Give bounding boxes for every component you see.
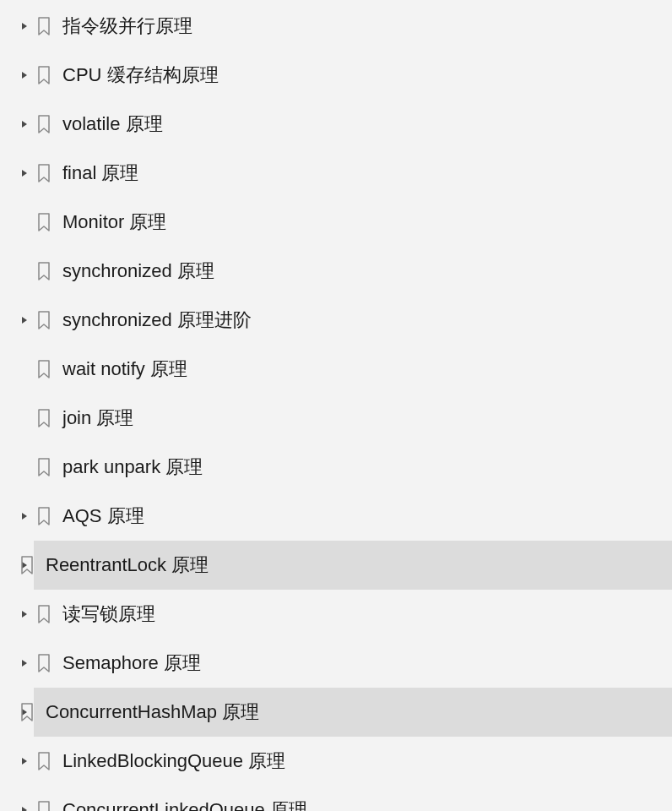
tree-item[interactable]: park unpark 原理 [0, 443, 672, 492]
bookmark-icon [37, 507, 51, 525]
expand-icon[interactable] [20, 512, 29, 520]
tree-item-label: ReentrantLock 原理 [46, 552, 209, 578]
tree-item[interactable]: volatile 原理 [0, 100, 672, 149]
tree-item-label: Monitor 原理 [62, 210, 166, 235]
tree-item[interactable]: 指令级并行原理 [0, 2, 672, 51]
bookmark-icon [20, 703, 34, 721]
bookmark-icon [37, 164, 51, 182]
bookmark-icon [37, 654, 51, 672]
tree-item-label: LinkedBlockingQueue 原理 [62, 748, 285, 774]
expand-icon[interactable] [20, 169, 29, 177]
tree-item[interactable]: join 原理 [0, 394, 672, 443]
bookmark-icon [37, 752, 51, 770]
expand-icon[interactable] [20, 120, 29, 128]
tree-item-label: join 原理 [62, 406, 133, 431]
expand-icon[interactable] [20, 610, 29, 618]
tree-item[interactable]: AQS 原理 [0, 492, 672, 541]
tree-item[interactable]: ReentrantLock 原理 [0, 541, 672, 590]
tree-item[interactable]: synchronized 原理进阶 [0, 296, 672, 345]
bookmark-icon [37, 458, 51, 476]
expand-icon[interactable] [20, 659, 29, 667]
tree-item[interactable]: final 原理 [0, 149, 672, 198]
tree-item-label: Semaphore 原理 [62, 650, 201, 676]
tree-item-label: wait notify 原理 [62, 357, 187, 382]
bookmark-icon [37, 213, 51, 231]
tree-item-label: 指令级并行原理 [62, 14, 192, 39]
bookmark-icon [37, 66, 51, 84]
tree-item[interactable]: Semaphore 原理 [0, 639, 672, 688]
tree-item-label: ConcurrentLinkedQueue 原理 [62, 797, 307, 811]
expand-icon[interactable] [20, 316, 29, 324]
bookmark-icon [20, 556, 34, 574]
bookmark-icon [37, 409, 51, 427]
tree-item[interactable]: 读写锁原理 [0, 590, 672, 639]
bookmark-icon [37, 605, 51, 623]
bookmark-icon [37, 311, 51, 329]
bookmark-icon [37, 115, 51, 133]
tree-item[interactable]: wait notify 原理 [0, 345, 672, 394]
tree-item[interactable]: LinkedBlockingQueue 原理 [0, 737, 672, 786]
expand-icon[interactable] [20, 22, 29, 30]
expand-icon[interactable] [20, 757, 29, 765]
tree-item[interactable]: CPU 缓存结构原理 [0, 51, 672, 100]
tree-item-label: 读写锁原理 [62, 601, 155, 627]
bookmark-icon [37, 262, 51, 280]
tree-item[interactable]: ConcurrentLinkedQueue 原理 [0, 786, 672, 811]
tree-item-label: volatile 原理 [62, 112, 163, 137]
tree-item-label: synchronized 原理进阶 [62, 308, 252, 333]
tree-item[interactable]: ConcurrentHashMap 原理 [0, 688, 672, 737]
tree-item-label: ConcurrentHashMap 原理 [46, 699, 259, 725]
tree-item-label: final 原理 [62, 161, 138, 186]
bookmark-icon [37, 17, 51, 35]
tree-item[interactable]: synchronized 原理 [0, 247, 672, 296]
expand-icon[interactable] [20, 71, 29, 79]
bookmark-icon [37, 360, 51, 378]
tree-item[interactable]: Monitor 原理 [0, 198, 672, 247]
tree-item-label: park unpark 原理 [62, 454, 203, 480]
tree-item-label: AQS 原理 [62, 503, 144, 529]
expand-icon[interactable] [20, 806, 29, 811]
bookmark-icon [37, 801, 51, 811]
tree-item-label: synchronized 原理 [62, 259, 214, 284]
bookmark-tree: 指令级并行原理CPU 缓存结构原理volatile 原理final 原理Moni… [0, 0, 672, 811]
tree-item-label: CPU 缓存结构原理 [62, 63, 219, 88]
